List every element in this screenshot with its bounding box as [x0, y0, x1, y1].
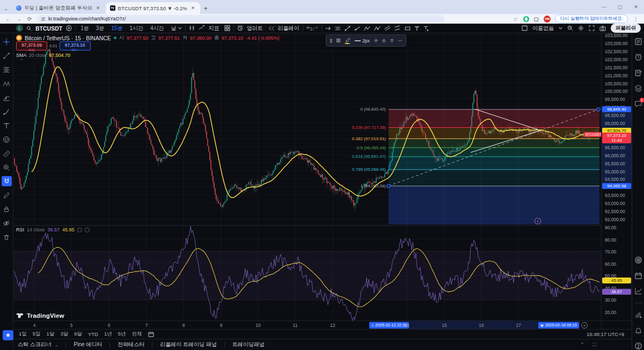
- site-settings-icon[interactable]: [41, 17, 46, 21]
- object-tree-layers-icon[interactable]: [634, 84, 642, 92]
- extension-icon-green[interactable]: [523, 16, 529, 22]
- new-tab-button[interactable]: +: [200, 3, 211, 14]
- settings-gear-icon[interactable]: [578, 25, 584, 31]
- panel-tab-3[interactable]: 전략테스터: [118, 341, 144, 348]
- more-options-icon[interactable]: [398, 40, 402, 42]
- line-width-button[interactable]: 2px: [355, 38, 370, 43]
- panel-collapse-icon[interactable]: ⌃: [580, 342, 584, 348]
- symbol-button[interactable]: BTCUSDT: [35, 25, 62, 32]
- fib-retracement-icon[interactable]: [2, 64, 12, 75]
- anchored-text-tool-icon[interactable]: [423, 26, 429, 31]
- back-icon[interactable]: ←: [4, 16, 12, 22]
- symbol-title[interactable]: Bitcoin / TetherUS · 15 · BINANCE: [25, 35, 111, 41]
- browser-tab-2[interactable]: TV BTCUSDT 97,373.50 ▼ -0.2% ✕: [106, 2, 201, 14]
- rsi-settings-icon[interactable]: [85, 228, 90, 232]
- interval-button-4시간[interactable]: 4시간: [149, 25, 166, 32]
- zigzag2-tool-icon[interactable]: [374, 26, 380, 31]
- drawing-delete-icon[interactable]: [390, 38, 394, 43]
- drawing-mode-icon[interactable]: [2, 190, 12, 200]
- extensions-puzzle-icon[interactable]: [533, 16, 539, 22]
- range-button-3달[interactable]: 3달: [60, 331, 68, 338]
- interval-button-15분[interactable]: 15분: [109, 25, 124, 32]
- compare-add-icon[interactable]: [66, 25, 72, 31]
- chart-style-icon[interactable]: [189, 25, 195, 31]
- alert-clock-icon[interactable]: [237, 25, 243, 31]
- notifications-bell-icon[interactable]: [634, 326, 642, 334]
- interval-button-3분[interactable]: 3분: [94, 25, 106, 32]
- interval-dropdown-icon[interactable]: [178, 26, 182, 30]
- indicator-templates-icon[interactable]: [224, 25, 230, 31]
- interval-button-1시간[interactable]: 1시간: [128, 25, 145, 32]
- bookmark-star-icon[interactable]: ☆: [511, 16, 519, 22]
- account-avatar[interactable]: L: [16, 25, 23, 32]
- hotlists-icon[interactable]: [634, 256, 642, 264]
- measure-ruler-icon[interactable]: [2, 148, 12, 158]
- tab2-close-icon[interactable]: ✕: [190, 5, 196, 11]
- layout-select-icon[interactable]: [522, 25, 528, 31]
- watchlist-icon[interactable]: [634, 38, 642, 46]
- magnet-mode-icon[interactable]: [2, 176, 12, 186]
- range-button-1달[interactable]: 1달: [47, 331, 55, 338]
- sma-legend[interactable]: SMA 20 close 97,504.70: [16, 53, 70, 58]
- scroll-to-realtime-button[interactable]: »: [581, 322, 588, 329]
- browser-menu-icon[interactable]: ⋮: [632, 16, 640, 22]
- quick-search-icon[interactable]: [567, 25, 573, 31]
- panel-tab-2[interactable]: Pine 에디터: [74, 341, 102, 348]
- forward-icon[interactable]: →: [15, 16, 23, 22]
- window-minimize-button[interactable]: —: [596, 4, 612, 10]
- panel-tab-4[interactable]: 리플레이 트레이딩 패널: [160, 341, 217, 348]
- symbol-search-icon[interactable]: [26, 26, 32, 31]
- hide-all-drawings-icon[interactable]: [2, 218, 12, 228]
- sell-button[interactable]: 97,373.09매도: [16, 41, 47, 50]
- news-journal-icon[interactable]: [634, 69, 642, 77]
- alert-button[interactable]: 얼러트: [247, 25, 263, 32]
- symbol-legend[interactable]: B Bitcoin / TetherUS · 15 · BINANCE 시97,…: [16, 34, 280, 41]
- range-button-1일[interactable]: 1일: [19, 331, 27, 338]
- broadcast-icon[interactable]: [634, 311, 642, 319]
- publish-button[interactable]: 퍼블리쉬: [611, 24, 641, 33]
- reload-icon[interactable]: ⟳: [26, 16, 33, 22]
- window-maximize-button[interactable]: ▢: [612, 4, 628, 10]
- chart-pane[interactable]: 0 (98,845.40)0.236 (97,717.36)0.382 (97,…: [13, 33, 601, 320]
- price-axis[interactable]: 103,500.00103,000.00102,500.00102,000.00…: [601, 33, 632, 320]
- template-icon[interactable]: [336, 38, 340, 43]
- range-button-5일[interactable]: 5일: [33, 331, 41, 338]
- rsi-hide-icon[interactable]: [77, 228, 82, 232]
- text-icon[interactable]: [2, 120, 12, 130]
- parallel-channel-tool-icon[interactable]: [384, 25, 391, 31]
- replay-icon[interactable]: [268, 26, 274, 31]
- help-icon[interactable]: [634, 342, 642, 350]
- camera-snapshot-icon[interactable]: [599, 26, 606, 31]
- trend-line-tool-icon[interactable]: [345, 26, 350, 31]
- interval-button-날[interactable]: 날: [170, 25, 178, 32]
- indicators-icon[interactable]: [199, 25, 205, 31]
- tab-search-icon[interactable]: ⌄: [0, 3, 12, 14]
- trend-line-icon[interactable]: [2, 50, 12, 61]
- panel-tab-1[interactable]: 스탁 스크리너: [18, 341, 52, 348]
- range-button-6달[interactable]: 6달: [74, 331, 82, 338]
- calendar-icon[interactable]: [634, 272, 642, 280]
- cross-arrow-tool-icon[interactable]: [325, 26, 331, 31]
- crosshair-tool-icon[interactable]: [2, 37, 12, 47]
- buy-button[interactable]: 97,373.10매수: [60, 41, 91, 50]
- panel-maximize-icon[interactable]: ⛶: [593, 342, 596, 348]
- screener-dropdown-icon[interactable]: ⌄: [55, 342, 58, 347]
- layout-dropdown-icon[interactable]: [559, 26, 562, 30]
- window-close-button[interactable]: ✕: [628, 4, 644, 10]
- fullscreen-icon[interactable]: [589, 25, 595, 31]
- horizontal-lines-tool-icon[interactable]: [335, 26, 341, 31]
- drawing-settings-icon[interactable]: [374, 38, 378, 43]
- remove-objects-icon[interactable]: [2, 232, 12, 242]
- rsi-legend[interactable]: RSI 14 close 36.57 45.95: [16, 227, 90, 232]
- redo-icon[interactable]: [312, 26, 318, 31]
- ideas-chart-icon[interactable]: [634, 287, 642, 295]
- color-picker-icon[interactable]: [345, 38, 350, 44]
- toolbar-drag-handle[interactable]: [330, 38, 332, 44]
- flat-channel-tool-icon[interactable]: [394, 25, 401, 31]
- browser-tab-1[interactable]: 두딩 | 올바른 암호화폐 투자의 ✕: [12, 2, 106, 14]
- chat-icon[interactable]: 1: [634, 100, 642, 108]
- undo-icon[interactable]: [306, 26, 312, 31]
- brush-tool-icon[interactable]: [2, 106, 12, 116]
- panel-tab-5[interactable]: 트레이딩패널: [232, 341, 265, 348]
- rectangle-tool-icon[interactable]: [405, 26, 411, 31]
